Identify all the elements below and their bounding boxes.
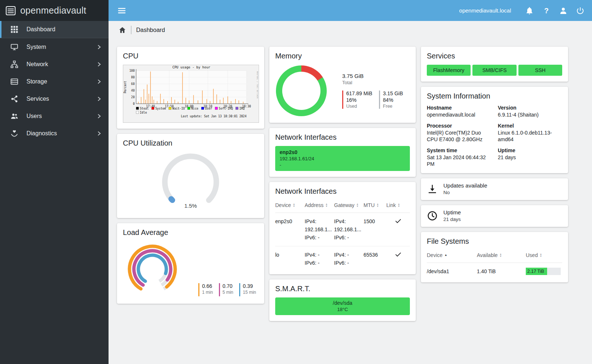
sidebar-item-label: Users xyxy=(26,113,96,119)
widget-title: CPU Utilization xyxy=(123,139,258,147)
column-header-device[interactable]: Device xyxy=(275,202,305,208)
breadcrumb-divider xyxy=(131,26,131,34)
column-header-mtu[interactable]: MTU xyxy=(364,202,386,208)
storage-icon xyxy=(10,78,18,86)
diagnostics-icon xyxy=(10,129,18,138)
hostname-text: openmediavault.local xyxy=(459,7,511,14)
sidebar-item-storage[interactable]: Storage xyxy=(0,73,109,90)
service-status-smbcifs[interactable]: SMB/CIFS xyxy=(472,65,516,76)
svg-text:Last update: Sat Jan 13 18:30:: Last update: Sat Jan 13 18:30:01 2024 xyxy=(181,115,247,118)
network-icon xyxy=(10,60,18,68)
interface-status-block: enp2s0 192.168.1.61/24 - xyxy=(275,146,410,171)
memory-total-value: 3.75 GiB xyxy=(342,73,403,79)
help-icon[interactable]: ? xyxy=(542,6,551,15)
sidebar-nav: Dashboard System Network Storage xyxy=(0,21,109,142)
smart-widget: S.M.A.R.T. /dev/sda 18°C xyxy=(269,279,416,321)
home-icon[interactable] xyxy=(118,26,126,34)
widget-title: File Systems xyxy=(427,237,562,246)
sort-icon xyxy=(293,203,295,207)
interface-address: 192.168.1.61/24 xyxy=(280,156,405,161)
smart-device-name: /dev/sda xyxy=(275,300,410,306)
sidebar-item-label: Storage xyxy=(26,78,96,85)
legend-color-bar xyxy=(219,283,220,296)
updates-title: Updates available xyxy=(443,182,487,189)
breadcrumb: Dashboard xyxy=(109,21,592,34)
chevron-right-icon xyxy=(96,61,102,67)
cell-gateway: IPv4: - IPv6: - xyxy=(334,251,364,267)
sidebar-item-label: Network xyxy=(26,61,96,68)
sidebar-item-users[interactable]: Users xyxy=(0,107,109,125)
column-header-used[interactable]: Used xyxy=(526,252,562,258)
network-interfaces-status-widget: Network Interfaces enp2s0 192.168.1.61/2… xyxy=(269,128,416,177)
svg-text:80: 80 xyxy=(131,76,135,79)
power-icon[interactable] xyxy=(576,6,585,15)
svg-text:CPU usage - by hour: CPU usage - by hour xyxy=(173,65,211,69)
svg-text:100: 100 xyxy=(130,69,135,72)
logo-text: openmediavault xyxy=(20,5,86,16)
sidebar-item-network[interactable]: Network xyxy=(0,56,109,73)
sidebar-item-services[interactable]: Services xyxy=(0,90,109,107)
sysinfo-processor: Processor Intel(R) Core(TM)2 Duo CPU E74… xyxy=(427,123,491,143)
column-header-address[interactable]: Address xyxy=(305,202,334,208)
svg-text:20: 20 xyxy=(131,96,135,99)
load-5min-stat: 0.70 5 min xyxy=(219,283,233,296)
stat-color-bar xyxy=(379,90,380,109)
interface-gateway: - xyxy=(280,162,405,168)
user-account-icon[interactable] xyxy=(559,6,568,15)
widget-title: Services xyxy=(427,52,562,60)
svg-text:Percent: Percent xyxy=(124,81,127,93)
cpu-utilization-widget: CPU Utilization 1.5% xyxy=(117,134,264,218)
logo[interactable]: openmediavault xyxy=(0,0,109,21)
table-row: lo IPv4: - IPv6: - IPv4: - IPv6: - 65536 xyxy=(275,246,410,268)
sysinfo-uptime: Uptime 21 days xyxy=(498,147,562,167)
network-interfaces-table-widget: Network Interfaces Device Address Gatewa… xyxy=(269,182,416,274)
service-status-flashmemory[interactable]: FlashMemory xyxy=(427,65,471,76)
chevron-right-icon xyxy=(96,79,102,85)
cell-device: /dev/sda1 xyxy=(427,268,477,274)
legend-color-bar xyxy=(198,283,199,296)
sidebar-item-label: System xyxy=(26,44,96,50)
sidebar-item-label: Diagnostics xyxy=(26,130,96,137)
openmediavault-logo-icon xyxy=(5,5,16,16)
chevron-right-icon xyxy=(96,113,102,119)
column-header-available[interactable]: Available xyxy=(477,252,526,258)
load-15min-stat: 0.39 15 min xyxy=(239,283,256,296)
svg-text:0: 0 xyxy=(133,102,135,106)
svg-text:Idle: Idle xyxy=(140,111,147,114)
smart-device-status-block: /dev/sda 18°C xyxy=(275,297,410,315)
services-widget: Services FlashMemory SMB/CIFS SSH xyxy=(421,47,568,82)
svg-text:Wait-IO: Wait-IO xyxy=(173,107,185,110)
sidebar-item-dashboard[interactable]: Dashboard xyxy=(0,21,109,38)
notifications-bell-icon[interactable] xyxy=(525,6,534,15)
svg-text:Soft-IRQ: Soft-IRQ xyxy=(219,107,233,110)
cell-address: IPv4: - IPv6: - xyxy=(305,251,334,267)
table-row: /dev/sda1 1.40 TiB 2.17 TiB xyxy=(427,263,562,276)
sort-icon xyxy=(540,253,542,257)
column-header-gateway[interactable]: Gateway xyxy=(334,202,364,208)
sort-icon xyxy=(325,203,327,207)
sysinfo-hostname: Hostname openmediavault.local xyxy=(427,105,491,118)
sidebar-item-system[interactable]: System xyxy=(0,38,109,56)
chevron-right-icon xyxy=(96,44,102,50)
svg-text:IRQ: IRQ xyxy=(239,107,245,110)
widget-title: Network Interfaces xyxy=(275,133,410,142)
uptime-title: Uptime xyxy=(443,209,461,215)
stat-color-bar xyxy=(342,90,343,109)
file-systems-widget: File Systems Device Available Used /dev/… xyxy=(421,232,568,282)
column-header-device[interactable]: Device xyxy=(427,252,477,258)
system-information-widget: System Information Hostname openmediavau… xyxy=(421,87,568,173)
dashboard-icon xyxy=(10,25,18,33)
svg-text:System: System xyxy=(155,107,166,110)
used-capacity-bar: 2.17 TiB xyxy=(526,268,561,275)
svg-text:RRDTOOL / TOBI OETIKER: RRDTOOL / TOBI OETIKER xyxy=(256,71,258,99)
sidebar-item-diagnostics[interactable]: Diagnostics xyxy=(0,125,109,142)
service-status-ssh[interactable]: SSH xyxy=(518,65,562,76)
top-bar: openmediavault.local ? xyxy=(109,0,592,21)
sidebar: openmediavault Dashboard System Network xyxy=(0,0,109,364)
widget-title: Memory xyxy=(275,52,410,60)
page-title: Dashboard xyxy=(136,27,165,33)
updates-available-widget: Updates available No xyxy=(421,178,568,200)
hamburger-menu-icon[interactable] xyxy=(117,6,126,15)
column-header-link[interactable]: Link xyxy=(386,202,410,208)
sort-icon xyxy=(356,203,358,207)
